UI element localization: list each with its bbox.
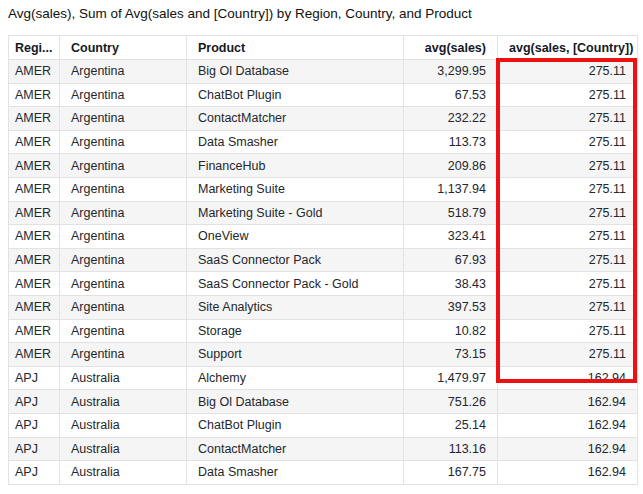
- cell-avg-sales-country[interactable]: 275.11: [498, 272, 638, 296]
- cell-avg-sales[interactable]: 209.86: [404, 154, 498, 178]
- cell-country[interactable]: Argentina: [60, 201, 187, 225]
- cell-country[interactable]: Australia: [60, 437, 187, 461]
- cell-avg-sales-country[interactable]: 275.11: [498, 60, 638, 84]
- cell-avg-sales-country[interactable]: 275.11: [498, 83, 638, 107]
- cell-avg-sales-country[interactable]: 275.11: [498, 154, 638, 178]
- cell-product[interactable]: ChatBot Plugin: [187, 83, 404, 107]
- cell-product[interactable]: Alchemy: [187, 366, 404, 390]
- cell-avg-sales[interactable]: 25.14: [404, 413, 498, 437]
- cell-avg-sales-country[interactable]: 275.11: [498, 201, 638, 225]
- cell-avg-sales[interactable]: 67.53: [404, 83, 498, 107]
- cell-country[interactable]: Australia: [60, 461, 187, 485]
- column-header-region[interactable]: Regi...: [9, 36, 60, 60]
- cell-product[interactable]: ContactMatcher: [187, 437, 404, 461]
- cell-region[interactable]: APJ: [9, 437, 60, 461]
- table-row: APJAustraliaBig Ol Database751.26162.94: [9, 390, 638, 414]
- cell-region[interactable]: AMER: [9, 295, 60, 319]
- cell-country[interactable]: Argentina: [60, 343, 187, 367]
- cell-product[interactable]: Data Smasher: [187, 130, 404, 154]
- column-header-product[interactable]: Product: [187, 36, 404, 60]
- cell-country[interactable]: Argentina: [60, 248, 187, 272]
- cell-avg-sales-country[interactable]: 162.94: [498, 390, 638, 414]
- cell-product[interactable]: Support: [187, 343, 404, 367]
- cell-country[interactable]: Australia: [60, 366, 187, 390]
- cell-avg-sales[interactable]: 38.43: [404, 272, 498, 296]
- cell-avg-sales[interactable]: 113.16: [404, 437, 498, 461]
- cell-country[interactable]: Argentina: [60, 83, 187, 107]
- cell-region[interactable]: AMER: [9, 201, 60, 225]
- cell-region[interactable]: AMER: [9, 248, 60, 272]
- column-header-country[interactable]: Country: [60, 36, 187, 60]
- cell-product[interactable]: SaaS Connector Pack: [187, 248, 404, 272]
- cell-avg-sales-country[interactable]: 275.11: [498, 177, 638, 201]
- cell-country[interactable]: Argentina: [60, 225, 187, 249]
- cell-product[interactable]: Site Analytics: [187, 295, 404, 319]
- cell-region[interactable]: AMER: [9, 272, 60, 296]
- cell-product[interactable]: ContactMatcher: [187, 107, 404, 131]
- cell-product[interactable]: Storage: [187, 319, 404, 343]
- cell-region[interactable]: AMER: [9, 177, 60, 201]
- cell-product[interactable]: Marketing Suite - Gold: [187, 201, 404, 225]
- cell-region[interactable]: AMER: [9, 60, 60, 84]
- cell-country[interactable]: Australia: [60, 413, 187, 437]
- cell-region[interactable]: AMER: [9, 319, 60, 343]
- cell-avg-sales-country[interactable]: 275.11: [498, 319, 638, 343]
- cell-product[interactable]: SaaS Connector Pack - Gold: [187, 272, 404, 296]
- cell-avg-sales-country[interactable]: 275.11: [498, 343, 638, 367]
- cell-country[interactable]: Argentina: [60, 130, 187, 154]
- cell-avg-sales[interactable]: 67.93: [404, 248, 498, 272]
- cell-avg-sales-country[interactable]: 275.11: [498, 248, 638, 272]
- cell-region[interactable]: AMER: [9, 225, 60, 249]
- table-row: AMERArgentinaChatBot Plugin67.53275.11: [9, 83, 638, 107]
- column-header-avg-sales[interactable]: avg(sales): [404, 36, 498, 60]
- cell-region[interactable]: AMER: [9, 343, 60, 367]
- cell-avg-sales-country[interactable]: 162.94: [498, 413, 638, 437]
- cell-country[interactable]: Argentina: [60, 177, 187, 201]
- table-row: AMERArgentinaSaaS Connector Pack - Gold3…: [9, 272, 638, 296]
- cell-region[interactable]: APJ: [9, 413, 60, 437]
- cell-country[interactable]: Argentina: [60, 319, 187, 343]
- cell-avg-sales[interactable]: 232.22: [404, 107, 498, 131]
- cell-product[interactable]: ChatBot Plugin: [187, 413, 404, 437]
- cell-country[interactable]: Argentina: [60, 295, 187, 319]
- cell-avg-sales[interactable]: 397.53: [404, 295, 498, 319]
- cell-product[interactable]: Big Ol Database: [187, 60, 404, 84]
- cell-country[interactable]: Australia: [60, 390, 187, 414]
- cell-country[interactable]: Argentina: [60, 60, 187, 84]
- cell-avg-sales[interactable]: 10.82: [404, 319, 498, 343]
- table-row: AMERArgentinaFinanceHub209.86275.11: [9, 154, 638, 178]
- cell-country[interactable]: Argentina: [60, 272, 187, 296]
- cell-avg-sales[interactable]: 751.26: [404, 390, 498, 414]
- cell-avg-sales[interactable]: 323.41: [404, 225, 498, 249]
- cell-avg-sales-country[interactable]: 275.11: [498, 107, 638, 131]
- cell-avg-sales-country[interactable]: 275.11: [498, 225, 638, 249]
- cell-avg-sales[interactable]: 113.73: [404, 130, 498, 154]
- cell-avg-sales-country[interactable]: 162.94: [498, 461, 638, 485]
- cell-region[interactable]: AMER: [9, 154, 60, 178]
- cell-product[interactable]: Big Ol Database: [187, 390, 404, 414]
- cell-region[interactable]: APJ: [9, 390, 60, 414]
- cell-product[interactable]: OneView: [187, 225, 404, 249]
- cell-region[interactable]: AMER: [9, 83, 60, 107]
- cell-region[interactable]: APJ: [9, 366, 60, 390]
- cell-avg-sales-country[interactable]: 275.11: [498, 130, 638, 154]
- cell-avg-sales[interactable]: 167.75: [404, 461, 498, 485]
- cell-region[interactable]: APJ: [9, 461, 60, 485]
- cell-avg-sales-country[interactable]: 162.94: [498, 437, 638, 461]
- cell-product[interactable]: Marketing Suite: [187, 177, 404, 201]
- cell-avg-sales[interactable]: 1,479.97: [404, 366, 498, 390]
- cell-avg-sales[interactable]: 3,299.95: [404, 60, 498, 84]
- cell-product[interactable]: FinanceHub: [187, 154, 404, 178]
- cell-country[interactable]: Argentina: [60, 154, 187, 178]
- cell-avg-sales-country[interactable]: 162.94: [498, 366, 638, 390]
- cell-product[interactable]: Data Smasher: [187, 461, 404, 485]
- column-header-avg-sales-country[interactable]: avg(sales, [Country]): [498, 36, 638, 60]
- cell-avg-sales[interactable]: 518.79: [404, 201, 498, 225]
- table-row: APJAustraliaData Smasher167.75162.94: [9, 461, 638, 485]
- cell-region[interactable]: AMER: [9, 130, 60, 154]
- cell-region[interactable]: AMER: [9, 107, 60, 131]
- cell-avg-sales[interactable]: 73.15: [404, 343, 498, 367]
- cell-avg-sales[interactable]: 1,137.94: [404, 177, 498, 201]
- cell-avg-sales-country[interactable]: 275.11: [498, 295, 638, 319]
- cell-country[interactable]: Argentina: [60, 107, 187, 131]
